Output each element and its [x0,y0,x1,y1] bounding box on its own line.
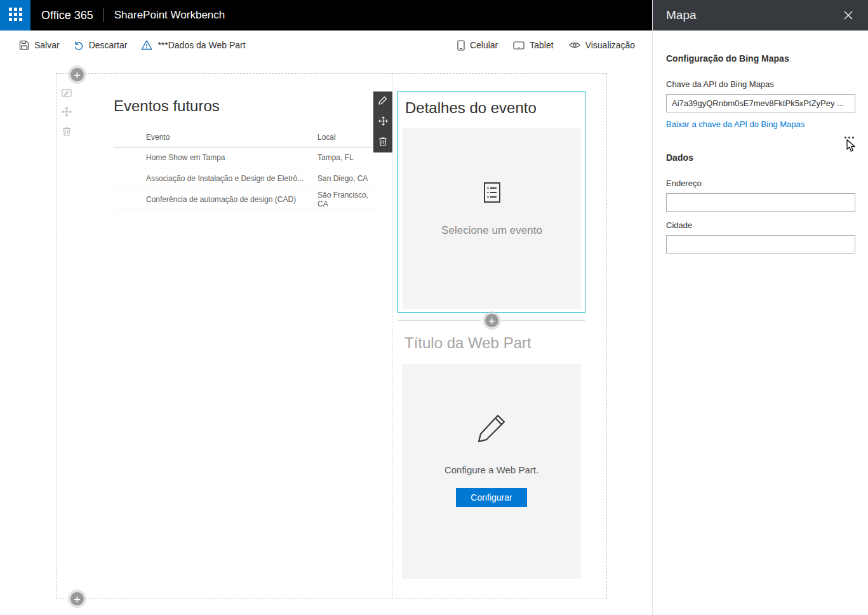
address-input[interactable] [666,193,855,212]
webpart-toolbar [373,91,392,152]
property-pane: Mapa Configuração do Bing Mapas Chave da… [652,0,868,615]
edit-section-icon[interactable] [62,88,72,97]
plus-icon [74,69,80,81]
add-webpart-button-top[interactable] [70,68,84,81]
city-input[interactable] [666,235,855,253]
pencil-icon [378,96,387,107]
move-section-icon[interactable] [62,107,72,117]
eye-icon [569,41,580,49]
column-header-evento: Evento [114,133,317,142]
details-webpart-title: Detalhes do evento [405,99,537,117]
cell-evento: Home Show em Tampa [114,153,317,162]
preview-controls: Celular Tablet Visualiza [442,40,635,51]
title-webpart-placeholder[interactable]: Configure a Web Part. Configurar [402,364,581,579]
close-button[interactable] [841,8,855,22]
details-placeholder-text: Selecione um evento [441,224,542,237]
save-label: Salvar [34,40,60,50]
details-placeholder: Selecione um evento [403,128,581,309]
table-header-row: Evento Local [114,128,377,147]
bing-section-title: Configuração do Bing Mapas [666,53,855,64]
cell-evento: Conferência de automação de design (CAD) [114,195,317,204]
more-options-icon[interactable] [843,135,856,140]
cell-local: Tampa, FL [317,153,377,162]
pencil-large-icon [474,411,509,445]
topbar-divider [103,8,104,22]
section-rail [62,88,72,136]
app-launcher-button[interactable] [0,0,30,30]
address-label: Endereço [666,179,855,188]
property-pane-body: Configuração do Bing Mapas Chave da API … [653,30,868,253]
mobile-button[interactable]: Celular [457,40,498,51]
api-key-link[interactable]: Baixar a chave da API do Bing Mapas [666,119,805,129]
add-divider-line [398,320,481,321]
tablet-label: Tablet [530,40,553,50]
table-row[interactable]: Home Show em Tampa Tampa, FL [114,147,377,168]
plus-icon [74,593,80,605]
workbench-label: SharePoint Workbench [114,9,225,22]
configure-message: Configure a Web Part. [444,464,538,475]
discard-label: Descartar [89,40,128,50]
cell-evento: Associação de Instalação e Design de Ele… [114,174,317,183]
mobile-icon [457,40,465,51]
api-key-label: Chave da API do Bing Mapas [666,79,855,89]
details-webpart[interactable]: Detalhes do evento Selecione um evento [397,91,585,313]
title-webpart-heading: Título da Web Part [404,334,531,352]
delete-section-icon[interactable] [62,126,71,136]
tablet-icon [513,41,524,50]
plus-icon [489,315,495,327]
office365-label: Office 365 [41,9,93,22]
data-section-title: Dados [666,152,855,163]
waffle-icon [9,8,22,24]
cell-local: San Diego, CA [317,174,377,183]
mobile-label: Celular [470,40,498,50]
add-divider-line [502,320,585,321]
add-webpart-button-bottom[interactable] [70,592,84,605]
api-key-input[interactable] [666,94,855,112]
preview-label: Visualização [585,40,635,50]
save-icon [19,40,29,50]
suite-bar: Office 365 SharePoint Workbench [0,0,652,30]
configure-button[interactable]: Configurar [456,488,526,507]
property-pane-title: Mapa [666,8,697,22]
events-table: Evento Local Home Show em Tampa Tampa, F… [114,128,377,210]
trash-icon [378,137,387,149]
close-icon [844,11,853,20]
status-label: ***Dados da Web Part [157,40,245,50]
move-webpart-button[interactable] [373,112,392,132]
save-button[interactable]: Salvar [19,40,60,50]
city-label: Cidade [666,220,855,230]
add-webpart-button-middle[interactable] [485,314,498,327]
delete-webpart-button[interactable] [373,132,392,152]
unsaved-status: ***Dados da Web Part [141,40,245,50]
table-row[interactable]: Associação de Instalação e Design de Ele… [114,168,377,189]
move-icon [378,116,388,128]
events-webpart-title: Eventos futuros [114,97,220,115]
discard-button[interactable]: Descartar [74,40,128,50]
cell-local: São Francisco, CA [317,191,377,208]
edit-webpart-button[interactable] [373,91,392,112]
workbench-page: Office 365 SharePoint Workbench Salvar [0,0,868,615]
table-row[interactable]: Conferência de automação de design (CAD)… [114,189,377,210]
preview-button[interactable]: Visualização [569,40,635,50]
tablet-button[interactable]: Tablet [513,40,553,50]
column-header-local: Local [317,133,377,142]
property-pane-header: Mapa [653,0,868,30]
undo-icon [74,40,84,50]
event-details-icon [481,181,503,204]
warning-icon [141,40,152,50]
command-bar: Salvar Descartar ***Dados da Web Part [0,30,652,60]
